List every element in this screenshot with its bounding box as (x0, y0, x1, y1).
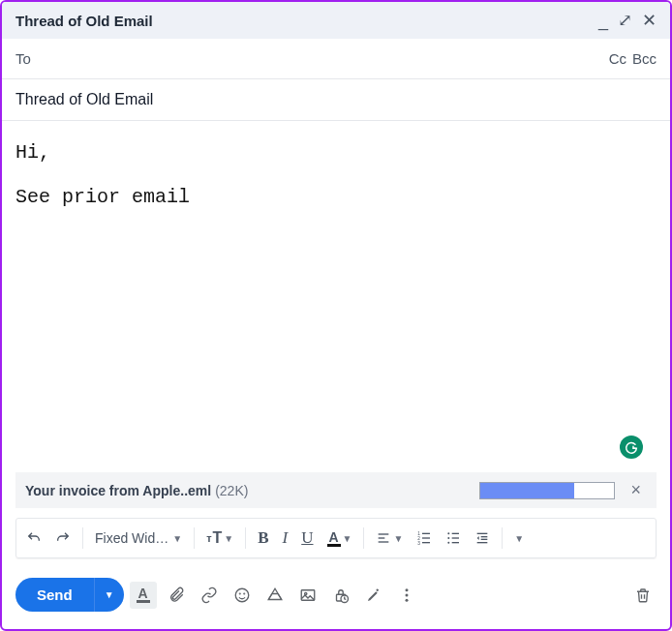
subject-field[interactable]: Thread of Old Email (2, 79, 670, 121)
svg-point-9 (448, 532, 450, 534)
chevron-down-icon: ▼ (105, 589, 114, 600)
insert-link-icon[interactable] (196, 582, 223, 609)
insert-drive-icon[interactable] (261, 582, 289, 609)
font-family-dropdown[interactable]: Fixed Wid… ▼ (89, 526, 188, 550)
confidential-mode-icon[interactable] (327, 582, 354, 609)
grammarly-icon[interactable] (620, 436, 643, 459)
minimize-icon[interactable]: _ (598, 12, 608, 29)
bullet-list-button[interactable] (440, 526, 467, 550)
more-options-icon[interactable] (393, 582, 420, 609)
upload-progress (479, 482, 615, 499)
bottom-bar: Send ▼ A (2, 568, 670, 629)
font-family-label: Fixed Wid… (95, 530, 168, 546)
text-color-dropdown[interactable]: A ▼ (321, 526, 358, 551)
upload-progress-bar (480, 483, 574, 498)
undo-button[interactable] (20, 526, 47, 550)
svg-point-28 (405, 598, 408, 601)
bcc-button[interactable]: Bcc (632, 50, 657, 67)
chevron-down-icon: ▼ (514, 533, 524, 544)
underline-button[interactable]: U (295, 525, 319, 552)
body-line: Hi, (15, 138, 657, 167)
italic-button[interactable]: I (277, 525, 294, 552)
align-dropdown[interactable]: ▼ (370, 526, 409, 550)
redo-button[interactable] (49, 526, 76, 550)
cc-bcc-group: Cc Bcc (609, 50, 657, 67)
svg-point-21 (243, 593, 244, 594)
expand-icon[interactable]: ⤢ (618, 12, 632, 29)
chevron-down-icon: ▼ (343, 533, 352, 544)
formatting-options-icon[interactable]: A (130, 582, 157, 609)
attachment-filename[interactable]: Your invoice from Apple..eml (25, 483, 211, 498)
message-body[interactable]: Hi, See prior email (2, 121, 670, 472)
send-button[interactable]: Send (15, 578, 94, 612)
insert-signature-icon[interactable] (360, 582, 387, 609)
bold-button[interactable]: B (252, 525, 274, 552)
chevron-down-icon: ▼ (393, 533, 403, 544)
remove-attachment-icon[interactable]: × (625, 480, 647, 500)
body-line: See prior email (15, 183, 657, 212)
titlebar: Thread of Old Email _ ⤢ ✕ (2, 2, 670, 39)
svg-point-19 (235, 588, 249, 602)
indent-button[interactable] (469, 526, 496, 550)
numbered-list-button[interactable]: 123 (411, 526, 438, 550)
send-button-group: Send ▼ (15, 578, 124, 612)
send-options-dropdown[interactable]: ▼ (94, 578, 124, 612)
recipients-row[interactable]: To Cc Bcc (2, 39, 670, 79)
chevron-down-icon: ▼ (224, 533, 233, 544)
discard-draft-icon[interactable] (629, 582, 657, 609)
cc-button[interactable]: Cc (609, 50, 626, 67)
svg-point-26 (405, 588, 408, 591)
window-buttons: _ ⤢ ✕ (598, 12, 657, 29)
svg-point-20 (239, 593, 240, 594)
attach-file-icon[interactable] (163, 582, 190, 609)
compose-window: Thread of Old Email _ ⤢ ✕ To Cc Bcc Thre… (0, 0, 672, 631)
svg-point-10 (448, 537, 450, 539)
window-title: Thread of Old Email (15, 13, 598, 29)
svg-text:3: 3 (418, 541, 421, 546)
chevron-down-icon: ▼ (172, 533, 182, 544)
to-label: To (15, 50, 609, 67)
svg-point-11 (448, 542, 450, 544)
attachment-size: (22K) (215, 483, 248, 498)
attachment-chip: Your invoice from Apple..eml (22K) × (15, 472, 657, 508)
font-size-dropdown[interactable]: тT ▼ (200, 526, 239, 551)
close-icon[interactable]: ✕ (642, 12, 657, 29)
svg-point-27 (405, 593, 408, 596)
formatting-toolbar: Fixed Wid… ▼ тT ▼ B I U A ▼ ▼ 123 ▼ (15, 518, 657, 558)
insert-emoji-icon[interactable] (229, 582, 256, 609)
more-formatting-dropdown[interactable]: ▼ (508, 529, 530, 548)
insert-photo-icon[interactable] (294, 582, 321, 609)
